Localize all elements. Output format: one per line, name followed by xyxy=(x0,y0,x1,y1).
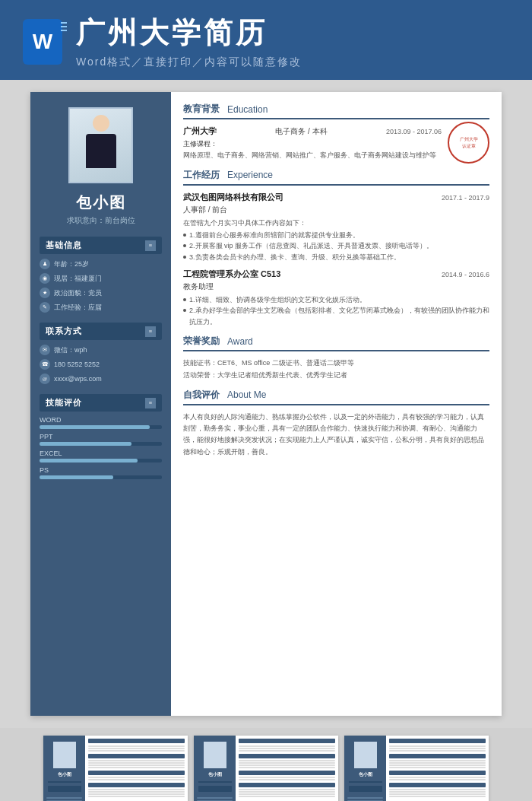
stamp-text: 广州大学认证章 xyxy=(460,136,478,150)
age-text: 年龄：25岁 xyxy=(54,259,89,269)
job-2-desc: 1.详细、细致、协调各级学生组织的文艺和文化娱乐活动。 2.承办好学生会部的学生… xyxy=(183,294,489,327)
edu-courses-text: 网络原理、电子商务、网络营销、网站推广、客户服务、电子商务网站建设与维护等 xyxy=(183,151,489,161)
thumb-1-inner: 包小图 xyxy=(43,736,188,801)
contact-label: 联系方式 xyxy=(46,326,82,337)
phone-icon: ☎ xyxy=(40,359,50,370)
skill-ppt-bar-fill xyxy=(40,442,131,446)
education-title-en: Education xyxy=(227,104,268,115)
sidebar: 包小图 求职意向：前台岗位 基础信息 ≡ ♟ 年龄：25岁 ◉ 现居：福建厦门 … xyxy=(30,92,171,716)
thumb-1-content xyxy=(85,736,188,801)
word-icon-line-3 xyxy=(61,30,67,31)
about-title-en: About Me xyxy=(227,389,266,400)
education-title-cn: 教育背景 xyxy=(183,103,220,116)
header-title: 广州大学简历 xyxy=(76,14,302,52)
skill-word: WORD xyxy=(40,416,162,429)
thumb-1-sidebar: 包小图 xyxy=(43,736,85,801)
skill-excel-label: EXCEL xyxy=(40,450,162,457)
thumbnail-1: 包小图 xyxy=(43,736,188,801)
skill-ppt-label: PPT xyxy=(40,433,162,440)
skill-ps-label: PS xyxy=(40,466,162,474)
experience-title-cn: 工作经历 xyxy=(183,169,220,182)
experience-text: 工作经验：应届 xyxy=(54,303,102,313)
phone-text: 180 5252 5252 xyxy=(54,361,100,368)
basic-info-header: 基础信息 ≡ xyxy=(40,237,162,254)
person-role: 求职意向：前台岗位 xyxy=(67,215,135,226)
skill-word-bar-fill xyxy=(40,425,150,429)
skill-excel-bar-bg xyxy=(40,459,162,462)
word-icon-line-2 xyxy=(61,26,67,27)
info-party: ★ 政治面貌：党员 xyxy=(40,288,162,298)
job-1-company: 武汉包图网络科技有限公司 xyxy=(183,192,283,203)
edu-courses-label: 主修课程： xyxy=(183,139,489,149)
job-2: 工程院管理系办公室 C513 2014.9 - 2016.6 教务助理 1.详细… xyxy=(183,269,489,327)
thumb-2-content xyxy=(236,736,338,801)
job-2-dept: 教务助理 xyxy=(183,281,489,292)
skill-excel-bar-fill xyxy=(40,459,138,462)
school-stamp: 广州大学认证章 xyxy=(448,122,489,164)
experience-title-en: Experience xyxy=(227,170,273,180)
photo-placeholder xyxy=(70,109,131,182)
email-icon: @ xyxy=(40,373,50,384)
party-icon: ★ xyxy=(40,288,50,298)
email-text: xxxx@wps.com xyxy=(54,375,102,383)
awards-text: 技能证书：CET6、MS office 二级证书、普通话二级甲等 活动荣誉：大学… xyxy=(183,358,489,381)
job-2-date: 2014.9 - 2016.6 xyxy=(442,271,489,278)
education-header: 教育背景 Education xyxy=(183,103,489,119)
thumb-3-inner: 包小图 xyxy=(344,736,489,801)
wechat-icon: ✉ xyxy=(40,345,50,355)
basic-info-label: 基础信息 xyxy=(46,240,82,251)
about-header: 自我评价 About Me xyxy=(183,389,489,405)
edu-row: 广州大学 电子商务 / 本科 2013.09 - 2017.06 xyxy=(183,126,442,137)
contact-icon: ≡ xyxy=(145,326,156,337)
skill-word-label: WORD xyxy=(40,416,162,424)
thumbnail-2: 包小图 xyxy=(194,736,338,801)
about-section: 自我评价 About Me 本人有良好的人际沟通能力、熟练掌握办公软件，以及一定… xyxy=(183,389,489,458)
skill-ppt-bar-bg xyxy=(40,442,162,446)
person-body xyxy=(86,134,116,168)
word-icon-lines xyxy=(61,22,67,31)
experience-section: 工作经历 Experience 武汉包图网络科技有限公司 2017.1 - 20… xyxy=(183,169,489,328)
content-area: 教育背景 Education 广州大学认证章 广州大学 电子商务 / 本科 20… xyxy=(171,92,502,716)
awards-title-cn: 荣誉奖励 xyxy=(183,335,220,348)
person-name: 包小图 xyxy=(67,192,135,213)
about-text: 本人有良好的人际沟通能力、熟练掌握办公软件，以及一定的外语能力，具有较强的学习能… xyxy=(183,412,489,458)
job-1-dept: 人事部 / 前台 xyxy=(183,205,489,215)
person-head xyxy=(93,115,109,132)
basic-info-icon: ≡ xyxy=(145,240,156,251)
skills-label: 技能评价 xyxy=(46,397,82,408)
info-wechat: ✉ 微信：wph xyxy=(40,345,162,355)
edu-school: 广州大学 xyxy=(183,126,217,137)
experience-header: 工作经历 Experience xyxy=(183,169,489,186)
job-1: 武汉包图网络科技有限公司 2017.1 - 2017.9 人事部 / 前台 在管… xyxy=(183,192,489,263)
job-1-date: 2017.1 - 2017.9 xyxy=(442,194,489,202)
photo-area xyxy=(68,107,133,183)
thumbnails-row: 包小图 xyxy=(0,728,532,801)
skill-ps-bar-bg xyxy=(40,475,162,479)
thumb-3-sidebar: 包小图 xyxy=(344,736,386,801)
header-subtitle: Word格式／直接打印／内容可以随意修改 xyxy=(76,56,302,69)
skill-ps-bar-fill xyxy=(40,475,113,479)
work-icon: ✎ xyxy=(40,302,50,313)
info-email: @ xxxx@wps.com xyxy=(40,373,162,384)
skill-ppt: PPT xyxy=(40,433,162,446)
location-icon: ◉ xyxy=(40,273,50,284)
job-2-company: 工程院管理系办公室 C513 xyxy=(183,269,280,280)
person-silhouette xyxy=(82,115,120,176)
person-icon: ♟ xyxy=(40,259,50,269)
header: 广州大学简历 Word格式／直接打印／内容可以随意修改 xyxy=(0,0,532,80)
header-text: 广州大学简历 Word格式／直接打印／内容可以随意修改 xyxy=(76,14,302,69)
info-phone: ☎ 180 5252 5252 xyxy=(40,359,162,370)
skill-ps: PS xyxy=(40,466,162,479)
edu-date: 2013.09 - 2017.06 xyxy=(386,128,442,135)
wechat-text: 微信：wph xyxy=(54,345,87,355)
info-age: ♟ 年龄：25岁 xyxy=(40,259,162,269)
thumb-2-inner: 包小图 xyxy=(194,736,338,801)
about-title-cn: 自我评价 xyxy=(183,389,220,402)
name-area: 包小图 求职意向：前台岗位 xyxy=(67,192,135,226)
thumb-2-sidebar: 包小图 xyxy=(194,736,236,801)
education-section: 教育背景 Education 广州大学认证章 广州大学 电子商务 / 本科 20… xyxy=(183,103,489,161)
info-experience: ✎ 工作经验：应届 xyxy=(40,302,162,313)
main-wrapper: 包小图 求职意向：前台岗位 基础信息 ≡ ♟ 年龄：25岁 ◉ 现居：福建厦门 … xyxy=(0,80,532,728)
skills-icon: ≡ xyxy=(145,398,156,408)
word-icon xyxy=(23,19,62,65)
